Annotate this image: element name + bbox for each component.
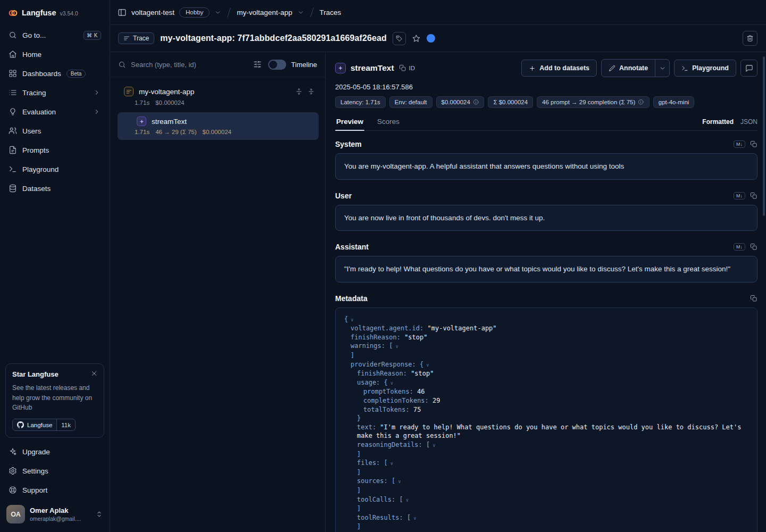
filter-sliders-icon[interactable] [253,60,262,69]
tree-search-input[interactable] [131,61,248,69]
sidebar-item-upgrade[interactable]: Upgrade [0,442,110,461]
tree-node-name: my-voltagent-app [139,88,194,96]
users-icon [9,127,17,135]
user-meta: Omer Aplak omeraplak@gmail.... [30,506,81,522]
tree-node-root[interactable]: my-voltagent-app 1.71s $0.000024 [110,82,318,106]
json-line: ] [344,522,748,531]
public-indicator-icon[interactable] [427,34,435,43]
markdown-toggle[interactable]: M↓ [734,243,745,251]
add-to-datasets-button[interactable]: Add to datasets [521,60,597,77]
fold-vertical-icon[interactable] [307,88,315,95]
json-line: toolResults: [∨ [344,513,748,523]
json-line: ] [344,504,748,513]
sidebar-item-support[interactable]: Support [0,480,110,500]
playground-button[interactable]: Playground [674,60,736,77]
plan-badge[interactable]: Hobby [179,7,210,18]
id-label: ID [409,65,415,71]
user-menu[interactable]: OA Omer Aplak omeraplak@gmail.... [0,500,110,532]
json-line: reasoningDetails: [∨ [344,440,748,450]
github-button-label: Langfuse [27,422,52,428]
tab-preview[interactable]: Preview [335,118,364,130]
life-buoy-icon [9,486,17,494]
close-icon[interactable] [90,370,98,377]
tag-button[interactable] [393,32,406,45]
app-root: Langfuse v3.54.0 Go to... ⌘ K Home Dashb… [0,0,766,532]
format-formatted-button[interactable]: Formatted [702,118,734,126]
timeline-toggle[interactable] [268,60,286,70]
nav-label: Dashboards [22,70,61,78]
star-langfuse-card: Star Langfuse See the latest releases an… [5,363,104,438]
node-tokens: 46 → 29 (Σ 75) [155,129,196,135]
header-actions: Add to datasets Annotate [521,59,757,77]
app-name: Langfuse [22,9,56,17]
toggle-knob [269,61,277,69]
chevron-down-icon[interactable]: ∨ [390,461,393,466]
annotate-button[interactable]: Annotate [602,60,655,77]
breadcrumb-page[interactable]: Traces [320,9,342,16]
chevron-down-icon[interactable]: ∨ [398,479,401,484]
sidebar-item-users[interactable]: Users [0,121,110,140]
sidebar-item-settings[interactable]: Settings [0,461,110,480]
node-cost: $0.000024 [155,99,184,106]
copy-id-button[interactable]: ID [399,64,415,72]
github-icon [17,421,24,428]
copy-icon[interactable] [750,243,757,251]
breadcrumb-bar: voltagent-test Hobby my-voltagent-app Tr… [110,0,766,25]
database-icon [9,184,17,193]
node-cost: $0.000024 [203,129,231,135]
sidebar-item-playground[interactable]: Playground [0,160,110,179]
sidebar-toggle-icon[interactable] [118,8,127,17]
copy-icon[interactable] [750,192,757,200]
search-icon [9,31,17,39]
markdown-toggle[interactable]: M↓ [734,192,745,200]
tab-scores[interactable]: Scores [376,118,401,130]
trace-badge-label: Trace [133,35,149,42]
model-badge[interactable]: gpt-4o-mini [653,96,695,108]
env-badge: Env: default [389,96,432,108]
delete-trace-button[interactable] [743,31,757,46]
sidebar-item-home[interactable]: Home [0,45,110,64]
nav-label: Prompts [22,146,49,154]
chevron-down-icon[interactable]: ∨ [432,443,435,448]
list-icon [9,88,17,97]
chevron-down-icon[interactable]: ∨ [351,317,353,322]
chevron-down-icon[interactable]: ∨ [395,344,398,349]
json-line: usage: {∨ [344,378,748,388]
copy-icon[interactable] [750,295,757,302]
format-json-button[interactable]: JSON [740,118,757,126]
token-usage-badge[interactable]: 46 prompt → 29 completion (Σ 75) [537,96,650,108]
github-star-button[interactable]: Langfuse 11k [12,419,76,431]
markdown-toggle[interactable]: M↓ [734,140,745,148]
sidebar-item-dashboards[interactable]: Dashboards Beta [0,64,110,83]
goto-label: Go to... [22,31,46,39]
chevron-down-icon[interactable] [297,9,304,16]
comment-button[interactable] [740,60,757,77]
section-label: Metadata [335,294,368,303]
breadcrumb-project[interactable]: my-voltagent-app [237,9,292,16]
scrollbar[interactable] [763,56,765,216]
annotate-dropdown-button[interactable] [655,60,669,77]
breadcrumb-org[interactable]: voltagent-test [131,9,174,16]
chevron-down-icon[interactable] [214,9,221,16]
json-line: totalTokens: 75 [344,405,748,414]
json-line: text: "I'm ready to help! What questions… [344,423,748,440]
bookmark-star-icon[interactable] [412,34,421,43]
chevron-down-icon[interactable]: ∨ [390,380,393,386]
tree-node-streamtext[interactable]: streamText 1.71s 46 → 29 (Σ 75) $0.00002… [118,112,319,140]
tree-node-metrics: 1.71s $0.000024 [124,99,315,106]
sidebar-item-datasets[interactable]: Datasets [0,179,110,198]
sidebar-item-tracing[interactable]: Tracing [0,83,110,102]
copy-icon[interactable] [750,140,757,148]
cost-badge[interactable]: $0.000024 [436,96,485,108]
trace-tree-panel: Timeline my-voltagent-app [110,52,326,532]
goto-search[interactable]: Go to... ⌘ K [0,26,110,45]
sidebar-item-evaluation[interactable]: Evaluation [0,102,110,121]
chevron-down-icon[interactable]: ∨ [406,497,409,503]
chevron-down-icon[interactable]: ∨ [413,516,416,521]
avatar: OA [6,505,25,523]
trace-icon [123,35,130,41]
unfold-vertical-icon[interactable] [295,88,303,95]
observation-badges: Latency: 1.71s Env: default $0.000024 Σ … [335,96,757,108]
sidebar-item-prompts[interactable]: Prompts [0,140,110,160]
chevron-down-icon[interactable]: ∨ [426,362,429,368]
